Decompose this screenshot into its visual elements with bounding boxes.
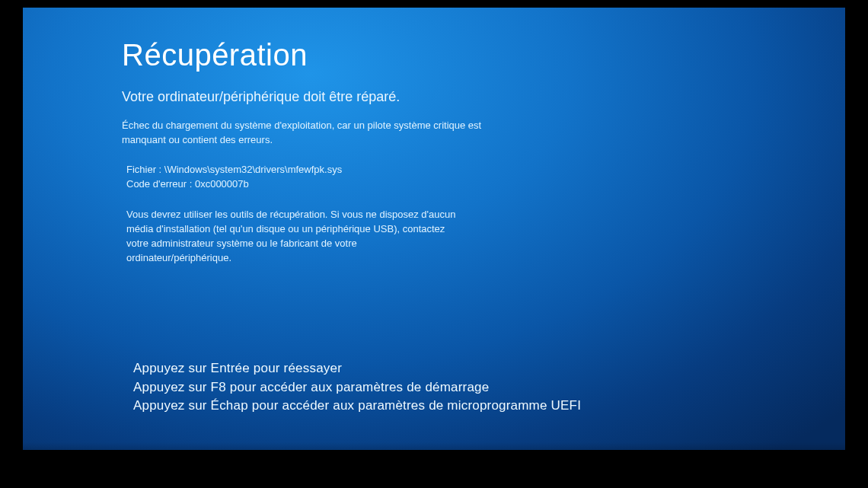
error-code-line: Code d'erreur : 0xc000007b xyxy=(126,177,746,192)
error-code-value: 0xc000007b xyxy=(195,178,249,190)
page-title: Récupération xyxy=(122,38,746,72)
key-prompt-esc: Appuyez sur Échap pour accéder aux param… xyxy=(133,397,746,416)
file-path: \Windows\system32\drivers\mfewfpk.sys xyxy=(164,164,342,175)
recovery-screen: Récupération Votre ordinateur/périphériq… xyxy=(23,8,845,450)
page-subtitle: Votre ordinateur/périphérique doit être … xyxy=(122,89,746,105)
error-description: Échec du chargement du système d'exploit… xyxy=(122,119,487,148)
instructions-text: Vous devrez utiliser les outils de récup… xyxy=(122,208,457,265)
key-prompt-f8: Appuyez sur F8 pour accéder aux paramètr… xyxy=(133,378,746,397)
error-code-label: Code d'erreur : xyxy=(126,178,195,190)
key-prompt-enter: Appuyez sur Entrée pour réessayer xyxy=(133,359,746,378)
file-info-block: Fichier : \Windows\system32\drivers\mfew… xyxy=(122,163,746,192)
key-prompts-block: Appuyez sur Entrée pour réessayer Appuye… xyxy=(133,359,746,416)
file-line: Fichier : \Windows\system32\drivers\mfew… xyxy=(126,163,746,177)
monitor-bezel-shadow xyxy=(0,442,868,488)
file-label: Fichier : xyxy=(126,164,164,175)
